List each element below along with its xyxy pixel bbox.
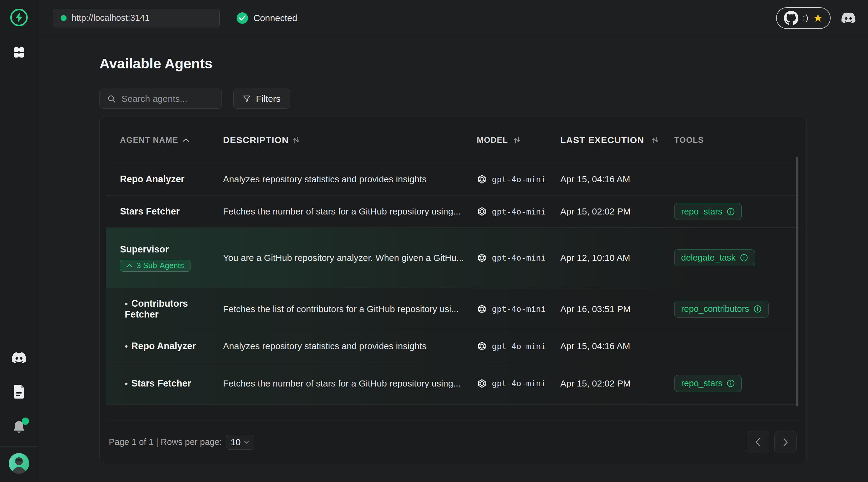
agent-model-cell: gpt-4o-mini <box>477 206 560 217</box>
tool-name: repo_contributors <box>681 304 749 314</box>
agent-name-cell: •Repo Analyzer <box>106 341 223 352</box>
agent-tools-cell: delegate_task <box>674 250 800 266</box>
discord-button[interactable] <box>841 12 856 24</box>
agent-name-cell: •Stars Fetcher <box>106 378 223 389</box>
agent-row[interactable]: •Stars Fetcher Fetches the number of sta… <box>106 362 800 405</box>
chevron-left-icon <box>754 437 762 447</box>
funnel-icon <box>243 95 251 103</box>
grid-icon <box>12 46 26 59</box>
check-icon <box>237 12 248 24</box>
agent-name: Supervisor <box>120 244 169 255</box>
table-scrollbar-thumb[interactable] <box>796 157 798 407</box>
github-icon <box>784 11 798 25</box>
tool-badge[interactable]: repo_contributors <box>674 301 769 318</box>
sub-agent-bullet: • <box>125 379 128 388</box>
agent-last-execution: Apr 15, 02:02 PM <box>560 206 674 217</box>
filters-button[interactable]: Filters <box>233 89 290 109</box>
server-url: http://localhost:3141 <box>71 13 150 23</box>
table-header: AGENT NAME DESCRIPTION MODEL LAST EXECUT… <box>106 117 800 163</box>
agent-row[interactable]: Repo Analyzer Analyzes repository statis… <box>106 163 800 195</box>
agent-tools-cell: repo_contributors <box>674 301 800 318</box>
search-input[interactable] <box>121 93 214 104</box>
github-smile-label: :) <box>803 13 809 23</box>
agent-tools-cell: repo_stars <box>674 375 800 392</box>
main-content: Available Agents Filters AGENT NAME <box>38 36 868 482</box>
rows-per-page-value: 10 <box>230 437 241 447</box>
agent-row[interactable]: •Contributors Fetcher Fetches the list o… <box>106 288 800 330</box>
server-url-input[interactable]: http://localhost:3141 <box>53 9 220 27</box>
agent-model: gpt-4o-mini <box>492 253 546 262</box>
sub-agents-label: 3 Sub-Agents <box>136 261 184 270</box>
search-agents-box <box>99 89 222 109</box>
column-header-last-execution[interactable]: LAST EXECUTION <box>560 135 674 145</box>
next-page-button[interactable] <box>774 431 797 453</box>
chevron-up-icon <box>126 264 133 268</box>
chevron-down-icon <box>244 440 250 444</box>
agent-name: Repo Analyzer <box>120 174 184 184</box>
star-icon: ★ <box>813 13 823 24</box>
agent-description: Analyzes repository statistics and provi… <box>223 174 477 184</box>
openai-icon <box>477 304 487 314</box>
agent-last-execution: Apr 15, 04:16 AM <box>560 341 674 351</box>
agent-row[interactable]: Stars Fetcher Fetches the number of star… <box>106 195 800 228</box>
pagination-summary: Page 1 of 1 | Rows per page: <box>109 437 222 447</box>
agent-model-cell: gpt-4o-mini <box>477 174 560 184</box>
filters-label: Filters <box>256 94 281 104</box>
column-header-description[interactable]: DESCRIPTION <box>223 135 477 145</box>
github-star-button[interactable]: :) ★ <box>776 7 831 29</box>
document-icon <box>13 384 25 399</box>
previous-page-button[interactable] <box>747 431 769 453</box>
agent-name: Stars Fetcher <box>120 206 180 217</box>
agent-row[interactable]: •Repo Analyzer Analyzes repository stati… <box>106 330 800 362</box>
sidebar-item-docs[interactable] <box>0 384 38 399</box>
info-icon <box>740 254 748 262</box>
agent-model-cell: gpt-4o-mini <box>477 341 560 351</box>
agent-tools-cell: repo_stars <box>674 203 800 220</box>
sidebar-divider <box>0 446 38 446</box>
info-icon <box>727 207 735 216</box>
agent-model-cell: gpt-4o-mini <box>477 304 560 314</box>
tool-badge[interactable]: delegate_task <box>674 250 755 266</box>
search-icon <box>107 94 116 103</box>
tool-badge[interactable]: repo_stars <box>674 203 742 220</box>
sidebar <box>0 0 38 482</box>
page-title: Available Agents <box>99 55 213 72</box>
agent-name: Contributors Fetcher <box>125 298 188 320</box>
sort-both-icon <box>513 136 521 144</box>
server-status-dot <box>61 15 67 21</box>
rows-per-page-select[interactable]: 10 <box>226 435 254 450</box>
tool-name: repo_stars <box>681 207 722 217</box>
agent-name-cell: Stars Fetcher <box>106 206 223 217</box>
sidebar-item-notifications[interactable] <box>0 420 38 435</box>
agent-last-execution: Apr 15, 02:02 PM <box>560 378 674 389</box>
discord-icon <box>841 12 856 24</box>
pagination-bar: Page 1 of 1 | Rows per page: 10 <box>106 421 800 463</box>
agent-last-execution: Apr 15, 04:16 AM <box>560 174 674 184</box>
avatar-image <box>9 453 29 474</box>
agent-description: Analyzes repository statistics and provi… <box>223 341 477 351</box>
column-header-model[interactable]: MODEL <box>477 135 560 145</box>
agent-row[interactable]: Supervisor 3 Sub-Agents You are a GitHub… <box>106 228 800 288</box>
user-avatar[interactable] <box>0 453 38 474</box>
sort-both-icon <box>292 136 300 144</box>
discord-icon <box>11 352 27 364</box>
sub-agents-toggle[interactable]: 3 Sub-Agents <box>120 260 190 272</box>
agent-model-cell: gpt-4o-mini <box>477 378 560 389</box>
app-logo[interactable] <box>0 9 38 26</box>
tool-badge[interactable]: repo_stars <box>674 375 742 392</box>
notification-dot <box>22 418 29 425</box>
sort-both-icon <box>651 136 659 144</box>
lightning-bolt-icon <box>14 12 24 23</box>
sub-agent-bullet: • <box>125 299 128 309</box>
openai-icon <box>477 378 487 389</box>
openai-icon <box>477 206 487 217</box>
agent-model: gpt-4o-mini <box>492 175 546 184</box>
agent-description: Fetches the list of contributors for a G… <box>223 304 477 314</box>
table-body: Repo Analyzer Analyzes repository statis… <box>106 163 800 405</box>
agent-model: gpt-4o-mini <box>492 342 546 351</box>
column-header-agent-name[interactable]: AGENT NAME <box>106 135 223 145</box>
sidebar-item-discord[interactable] <box>0 352 38 364</box>
agent-description: Fetches the number of stars for a GitHub… <box>223 378 477 389</box>
sidebar-item-dashboard[interactable] <box>0 46 38 59</box>
tool-name: repo_stars <box>681 378 722 388</box>
